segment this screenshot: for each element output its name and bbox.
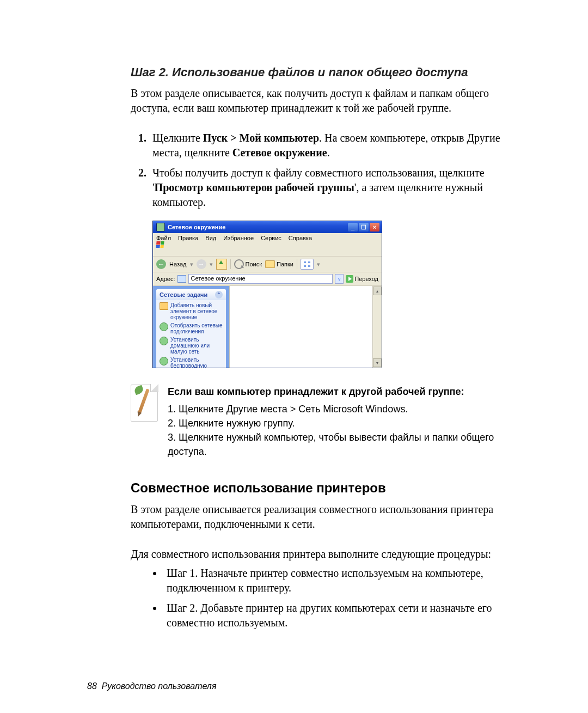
note-heading: Если ваш компьютер принадлежит к другой … [168, 385, 523, 399]
toolbar: ← Назад ▾ → ▾ Поиск Папки ▾ [153, 257, 382, 272]
note-line-1: 1. Щелкните Другие места > Сеть Microsof… [168, 402, 523, 416]
views-icon [304, 261, 310, 267]
network-tasks-panel: Сетевые задачи ⌃ Добавить новый элемент … [156, 289, 226, 368]
note-body: Если ваш компьютер принадлежит к другой … [168, 385, 523, 459]
back-label: Назад [169, 261, 187, 267]
scrollbar[interactable]: ▴ ▾ [372, 286, 382, 368]
maximize-button[interactable]: ☐ [359, 223, 369, 231]
minimize-button[interactable]: _ [348, 223, 358, 231]
screenshot-network-places: Сетевое окружение _ ☐ × Файл Правка Вид … [152, 221, 382, 368]
panel-header[interactable]: Сетевые задачи ⌃ [156, 289, 226, 300]
window-app-icon [156, 223, 165, 231]
scroll-down-icon: ▾ [373, 358, 382, 367]
page: Шаг 2. Использование файлов и папок обще… [0, 0, 588, 713]
note-block: Если ваш компьютер принадлежит к другой … [131, 385, 523, 459]
address-bar: Адрес: Сетевое окружение v Переход [153, 272, 382, 286]
window-body: Сетевые задачи ⌃ Добавить новый элемент … [153, 286, 382, 368]
forward-button[interactable]: → [197, 259, 206, 269]
steps-list: Щелкните Пуск > Мой компьютер. На своем … [131, 131, 523, 210]
address-field[interactable]: Сетевое окружение [188, 274, 333, 284]
window-title: Сетевое окружение [168, 224, 225, 230]
task-show-connections[interactable]: Отобразить сетевые подключения [158, 321, 224, 336]
menu-view[interactable]: Вид [205, 235, 216, 241]
back-button[interactable]: ← [156, 259, 166, 269]
home-network-icon [160, 337, 168, 345]
search-icon [234, 259, 244, 269]
menu-favorites[interactable]: Избранное [223, 235, 254, 241]
up-button[interactable] [216, 259, 227, 270]
go-arrow-icon [346, 275, 353, 283]
address-label: Адрес: [156, 276, 175, 282]
menu-help[interactable]: Справка [289, 235, 312, 241]
note-line-2: 2. Щелкните нужную группу. [168, 416, 523, 430]
menubar: Файл Правка Вид Избранное Сервис Справка [153, 233, 382, 257]
address-dropdown[interactable]: v [335, 274, 344, 284]
printers-paragraph: В этом разделе описывается реализация со… [131, 502, 523, 532]
menu-edit[interactable]: Правка [178, 235, 198, 241]
note-icon [131, 385, 158, 422]
task-setup-home-network[interactable]: Установить домашнюю или малую сеть [158, 336, 224, 356]
side-panel: Сетевые задачи ⌃ Добавить новый элемент … [153, 286, 229, 368]
step-2: Чтобы получить доступ к файлу совместног… [149, 166, 523, 210]
scroll-up-icon: ▴ [373, 287, 382, 295]
wireless-icon [160, 357, 168, 365]
add-place-icon [160, 302, 168, 310]
search-button[interactable]: Поиск [234, 259, 262, 269]
go-button[interactable]: Переход [346, 275, 378, 283]
menu-tools[interactable]: Сервис [261, 235, 281, 241]
window-titlebar: Сетевое окружение _ ☐ × [153, 221, 382, 233]
views-button[interactable] [301, 259, 314, 270]
task-setup-wireless[interactable]: Установить беспроводную домашнюю сеть ил… [158, 356, 224, 368]
page-number: 88 [87, 681, 97, 691]
folders-button[interactable]: Папки [265, 260, 293, 268]
printers-paragraph-2: Для совместного использования принтера в… [131, 547, 523, 562]
panel-items: Добавить новый элемент в сетевое окружен… [156, 300, 226, 368]
heading-step2: Шаг 2. Использование файлов и папок обще… [131, 65, 523, 80]
menu-file[interactable]: Файл [156, 235, 171, 241]
address-icon [177, 275, 186, 283]
folder-icon [265, 260, 275, 268]
task-add-network-place[interactable]: Добавить новый элемент в сетевое окружен… [158, 301, 224, 321]
main-area: ▴ ▾ [229, 286, 382, 368]
intro-paragraph: В этом разделе описывается, как получить… [131, 86, 523, 115]
collapse-icon: ⌃ [215, 291, 223, 298]
printer-step-2: Шаг 2. Добавьте принтер на других компью… [163, 601, 523, 630]
printer-step-1: Шаг 1. Назначьте принтер совместно испол… [163, 566, 523, 595]
close-button[interactable]: × [370, 223, 379, 231]
footer-text: Руководство пользователя [102, 681, 217, 691]
connections-icon [160, 322, 168, 331]
printer-steps: Шаг 1. Назначьте принтер совместно испол… [131, 566, 523, 630]
note-line-3: 3. Щелкните нужный компьютер, чтобы выве… [168, 430, 523, 459]
page-footer: 88 Руководство пользователя [87, 681, 216, 691]
step-1: Щелкните Пуск > Мой компьютер. На своем … [149, 131, 523, 160]
windows-logo-icon [156, 241, 378, 248]
heading-printer-sharing: Совместное использование принтеров [131, 480, 523, 496]
